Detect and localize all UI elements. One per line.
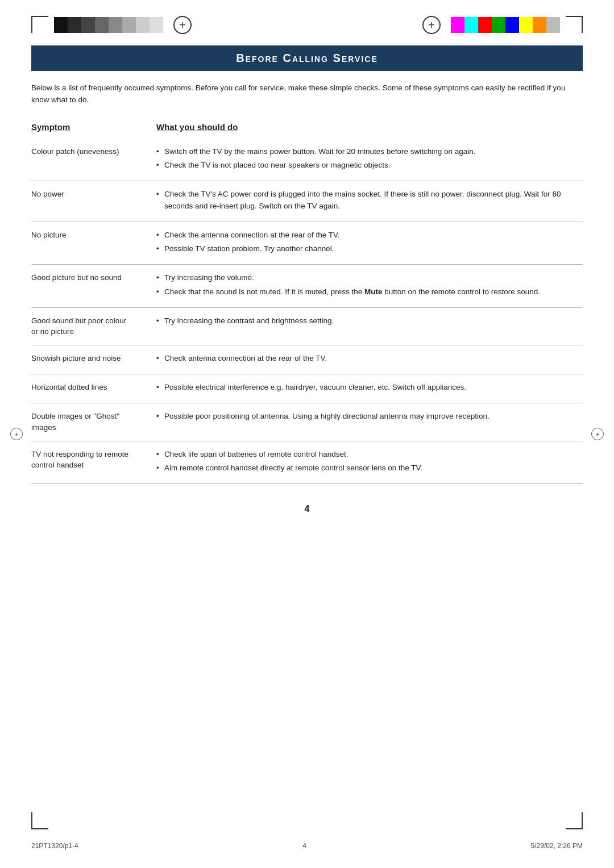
- what-cell: •Switch off the TV by the mains power bu…: [142, 139, 583, 181]
- intro-text: Below is a list of frequently occurred s…: [31, 84, 565, 104]
- corner-mark-br: [566, 812, 583, 829]
- bullet-dot: •: [156, 146, 159, 157]
- page-title-bar: Before Calling Service: [31, 45, 583, 71]
- bullet-item: •Possible poor positioning of antenna. U…: [156, 411, 583, 422]
- what-cell: •Try increasing the volume.•Check that t…: [142, 265, 583, 308]
- bullet-dot: •: [156, 286, 159, 298]
- table-row: TV not responding to remote control hand…: [31, 441, 583, 484]
- table-row: Horizontal dotted lines•Possible electri…: [31, 374, 583, 403]
- bullet-dot: •: [156, 382, 159, 393]
- symptom-column-header: Symptom: [31, 122, 142, 139]
- bullet-item: •Possible electrical interference e.g. h…: [156, 382, 583, 393]
- what-cell: •Try increasing the contrast and brightn…: [142, 307, 583, 345]
- bullet-item: •Aim remote control handset directly at …: [156, 462, 583, 474]
- page-title: Before Calling Service: [43, 52, 571, 65]
- bullet-dot: •: [156, 272, 159, 283]
- table-row: Colour patch (uneveness)•Switch off the …: [31, 139, 583, 181]
- bullet-dot: •: [156, 462, 159, 474]
- bullet-item: •Check the antenna connection at the rea…: [156, 229, 583, 241]
- bullet-dot: •: [156, 243, 159, 254]
- symptom-cell: Colour patch (uneveness): [31, 139, 142, 181]
- symptom-cell: Good sound but poor colour or no picture: [31, 307, 142, 345]
- page-footer: 21PT1320/p1-4 4 5/29/02, 2:26 PM: [0, 842, 614, 850]
- bullet-item: •Check antenna connection at the rear of…: [156, 353, 583, 364]
- what-cell: •Check the antenna connection at the rea…: [142, 222, 583, 265]
- left-edge-reg: +: [10, 428, 23, 440]
- what-column-header: What you should do: [142, 122, 583, 139]
- symptom-cell: Snowish picture and noise: [31, 345, 142, 374]
- page-number-center: 4: [0, 504, 614, 514]
- what-cell: •Check antenna connection at the rear of…: [142, 345, 583, 374]
- bullet-item: •Check the TV's AC power cord is plugged…: [156, 189, 583, 212]
- corner-mark-tl: [31, 16, 48, 33]
- bullet-dot: •: [156, 160, 159, 171]
- corner-mark-bl: [31, 812, 48, 829]
- bullet-item: •Switch off the TV by the mains power bu…: [156, 146, 583, 157]
- what-cell: •Possible poor positioning of antenna. U…: [142, 403, 583, 441]
- reg-mark-right: +: [422, 16, 441, 34]
- footer-left: 21PT1320/p1-4: [31, 842, 78, 850]
- bullet-item: •Check the TV is not placed too near spe…: [156, 160, 583, 171]
- footer-center: 4: [302, 842, 306, 850]
- table-row: No power•Check the TV's AC power cord is…: [31, 181, 583, 222]
- bullet-dot: •: [156, 315, 159, 327]
- footer-right: 5/29/02, 2:26 PM: [531, 842, 583, 850]
- header-bars-left: +: [54, 16, 192, 34]
- table-row: Good sound but poor colour or no picture…: [31, 307, 583, 345]
- symptom-cell: Good picture but no sound: [31, 265, 142, 308]
- symptom-cell: TV not responding to remote control hand…: [31, 441, 142, 484]
- bullet-item: •Check life span of batteries of remote …: [156, 449, 583, 460]
- bullet-dot: •: [156, 353, 159, 364]
- header-bars-right: +: [422, 16, 560, 34]
- mute-keyword: Mute: [364, 287, 383, 296]
- what-cell: •Check life span of batteries of remote …: [142, 441, 583, 484]
- table-row: Snowish picture and noise•Check antenna …: [31, 345, 583, 374]
- intro-paragraph: Below is a list of frequently occurred s…: [31, 82, 583, 106]
- what-cell: •Possible electrical interference e.g. h…: [142, 374, 583, 403]
- symptom-cell: No power: [31, 181, 142, 222]
- table-row: Double images or "Ghost" images•Possible…: [31, 403, 583, 441]
- symptom-cell: Horizontal dotted lines: [31, 374, 142, 403]
- bullet-item: •Possible TV station problem. Try anothe…: [156, 243, 583, 254]
- bullet-item: •Check that the sound is not muted. If i…: [156, 286, 583, 298]
- right-edge-reg: +: [591, 428, 604, 440]
- symptom-cell: Double images or "Ghost" images: [31, 403, 142, 441]
- table-row: Good picture but no sound•Try increasing…: [31, 265, 583, 308]
- corner-mark-tr: [566, 16, 583, 33]
- bullet-item: •Try increasing the volume.: [156, 272, 583, 283]
- content-area: Symptom What you should do Colour patch …: [31, 122, 583, 484]
- reg-mark-left: +: [173, 16, 192, 34]
- bullet-dot: •: [156, 449, 159, 460]
- bullet-item: •Try increasing the contrast and brightn…: [156, 315, 583, 327]
- table-row: No picture•Check the antenna connection …: [31, 222, 583, 265]
- symptom-cell: No picture: [31, 222, 142, 265]
- bullet-dot: •: [156, 189, 159, 200]
- symptom-table: Symptom What you should do Colour patch …: [31, 122, 583, 484]
- what-cell: •Check the TV's AC power cord is plugged…: [142, 181, 583, 222]
- bullet-dot: •: [156, 229, 159, 241]
- bullet-dot: •: [156, 411, 159, 422]
